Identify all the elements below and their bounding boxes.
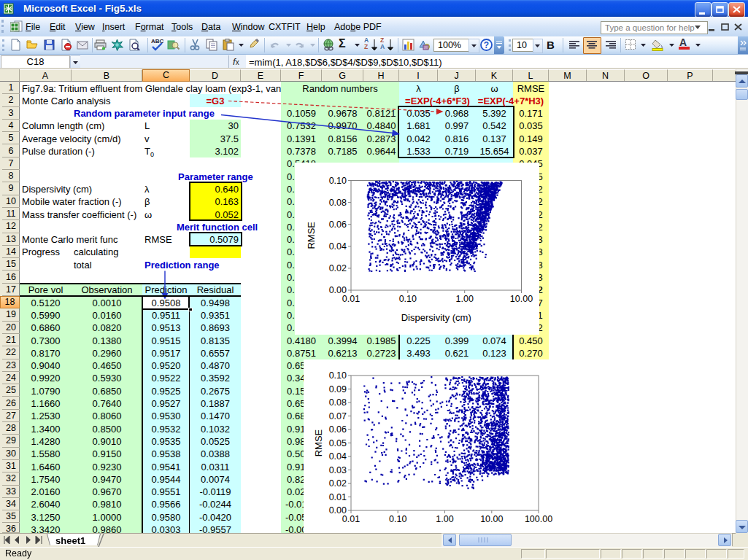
svg-text:0.01: 0.01 <box>329 492 347 502</box>
svg-text:1.00: 1.00 <box>436 514 453 524</box>
svg-text:0.08: 0.08 <box>329 198 347 208</box>
svg-text:0.05: 0.05 <box>329 438 347 448</box>
svg-text:0.10: 0.10 <box>389 514 406 524</box>
svg-text:0.08: 0.08 <box>329 397 347 408</box>
svg-text:1.00: 1.00 <box>456 294 474 304</box>
svg-text:0.02: 0.02 <box>329 478 347 489</box>
svg-text:RMSE: RMSE <box>306 222 317 249</box>
svg-text:0.10: 0.10 <box>329 176 347 186</box>
svg-text:0.06: 0.06 <box>329 219 347 230</box>
svg-text:0.02: 0.02 <box>329 263 347 273</box>
svg-text:10.00: 10.00 <box>510 294 533 304</box>
svg-text:10.00: 10.00 <box>480 514 503 524</box>
svg-text:0.04: 0.04 <box>329 241 347 252</box>
svg-text:0.01: 0.01 <box>342 294 360 304</box>
svg-text:RMSE: RMSE <box>313 429 324 456</box>
svg-text:0.03: 0.03 <box>329 465 347 475</box>
svg-text:100.00: 100.00 <box>525 514 552 524</box>
svg-text:0.06: 0.06 <box>329 424 347 435</box>
svg-text:0.04: 0.04 <box>329 451 347 462</box>
svg-text:0.07: 0.07 <box>329 411 347 421</box>
svg-text:0.01: 0.01 <box>342 514 360 524</box>
svg-text:0.09: 0.09 <box>329 384 347 394</box>
svg-text:0.10: 0.10 <box>329 370 347 381</box>
svg-text:0.10: 0.10 <box>399 294 417 304</box>
svg-text:Dispersivity (cm): Dispersivity (cm) <box>401 312 471 323</box>
